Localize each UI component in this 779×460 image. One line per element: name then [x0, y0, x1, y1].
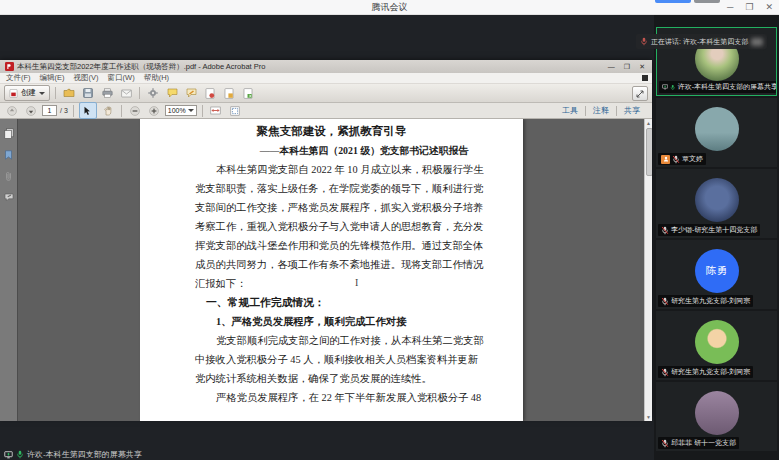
- participant-tile[interactable]: 覃文婷: [656, 98, 777, 167]
- acrobat-document-area: 聚焦支部建设，紧抓教育引导 ——本科生第四（2021 级）党支部书记述职报告 本…: [0, 119, 652, 421]
- zoom-out-icon[interactable]: [127, 103, 143, 118]
- fit-page-icon[interactable]: [227, 103, 243, 118]
- mic-muted-icon: [661, 368, 669, 377]
- participant-tag: 研究生第九党支部-刘同宗: [658, 366, 753, 378]
- avatar: [695, 178, 739, 222]
- doc-line: 支部间的工作交接，严格党员发展程序，抓实入党积极分子培养: [195, 198, 468, 217]
- participant-tag: 研究生第九党支部-刘同宗: [658, 295, 753, 307]
- mic-muted-icon: [661, 439, 669, 448]
- avatar: [695, 107, 739, 151]
- avatar: [695, 320, 739, 364]
- zoom-level-select[interactable]: 100%: [165, 105, 197, 116]
- document-restore-icon[interactable]: [642, 75, 648, 81]
- comment-bubble-icon[interactable]: [164, 86, 180, 101]
- doc-heading: 1、严格党员发展程序，顺利完成工作对接: [195, 312, 468, 331]
- doc-subtitle: ——本科生第四（2021 级）党支部书记述职报告: [195, 141, 468, 160]
- open-file-icon[interactable]: [61, 86, 77, 101]
- speaking-mic-icon: [640, 37, 648, 46]
- next-page-icon[interactable]: [23, 103, 39, 118]
- menu-file[interactable]: 文件(F): [6, 73, 31, 83]
- hand-tool-icon[interactable]: [100, 103, 116, 118]
- mic-muted-icon: [672, 155, 680, 164]
- menu-view[interactable]: 视图(V): [74, 73, 99, 83]
- acrobat-minimize-icon[interactable]: —: [608, 63, 615, 71]
- bookmarks-icon[interactable]: [4, 150, 13, 160]
- create-pdf-icon: [9, 89, 18, 98]
- acrobat-close-icon[interactable]: ✕: [639, 63, 645, 71]
- email-icon[interactable]: [118, 86, 134, 101]
- avatar: 陈勇: [695, 249, 739, 293]
- page-total-label: / 3: [60, 107, 68, 114]
- scroll-up-icon[interactable]: ▲: [645, 119, 652, 127]
- doc-line: 严格党员发展程序，在 22 年下半年新发展入党积极分子 48: [195, 388, 468, 407]
- mic-muted-icon: [661, 297, 669, 306]
- doc-line: 中接收入党积极分子 45 人，顺利接收相关人员档案资料并更新: [195, 350, 468, 369]
- page-thumbnails-icon[interactable]: [4, 128, 14, 139]
- scrollbar-thumb[interactable]: [646, 128, 652, 176]
- comments-pane-icon[interactable]: [4, 193, 14, 202]
- participant-tag: 李少锴-研究生第十四党支部: [658, 224, 760, 236]
- doc-title: 聚焦支部建设，紧抓教育引导: [195, 122, 468, 141]
- menu-edit[interactable]: 编辑(E): [40, 73, 65, 83]
- menu-window[interactable]: 窗口(W): [108, 73, 135, 83]
- participant-tile[interactable]: 邱菲菲 研十一党支部: [656, 382, 777, 451]
- participant-tag: 许欢-本科生第四支部的屏幕共享: [659, 81, 777, 93]
- acrobat-window-title: 本科生第四党支部2022年度工作述职（现场答辩）.pdf - Adobe Acr…: [17, 62, 608, 72]
- doc-line: 挥党支部的战斗堡垒作用和党员的先锋模范作用。通过支部全体: [195, 236, 468, 255]
- participant-tile[interactable]: 李少锴-研究生第十四党支部: [656, 169, 777, 238]
- navigation-pane: [0, 119, 18, 421]
- minimize-icon[interactable]: ─: [727, 0, 733, 14]
- doc-yellow-badge-icon[interactable]: [221, 86, 237, 101]
- screen-share-status-bar: 许欢-本科生第四支部的屏幕共享: [4, 449, 142, 460]
- host-badge-icon: [661, 155, 670, 164]
- pdf-file-icon: [5, 62, 14, 71]
- participant-tile[interactable]: 研究生第九党支部-刘同宗: [656, 311, 777, 380]
- page-number-input[interactable]: [42, 105, 57, 116]
- fit-width-icon[interactable]: [208, 103, 224, 118]
- acrobat-titlebar: 本科生第四党支部2022年度工作述职（现场答辩）.pdf - Adobe Acr…: [0, 60, 652, 73]
- close-icon[interactable]: ✕: [765, 0, 773, 14]
- doc-line: 考察工作，重视入党积极分子与入党申请人的思想教育，充分发: [195, 217, 468, 236]
- zoom-in-icon[interactable]: [146, 103, 162, 118]
- doc-green-badge-icon[interactable]: [240, 86, 256, 101]
- screen: { "colors": { "speaking_green": "#23b161…: [0, 0, 779, 460]
- highlight-comment-icon[interactable]: [183, 86, 199, 101]
- print-icon[interactable]: [99, 86, 115, 101]
- participant-name: 研究生第九党支部-刘同宗: [671, 296, 750, 306]
- avatar-initials: 陈勇: [706, 264, 727, 278]
- acrobat-action-tabs: 工具 注释 共享: [555, 103, 647, 118]
- previous-page-icon[interactable]: [4, 103, 20, 118]
- doc-line: 汇报如下：: [195, 274, 468, 293]
- zoom-level-value: 100%: [168, 107, 186, 114]
- acrobat-window: 本科生第四党支部2022年度工作述职（现场答辩）.pdf - Adobe Acr…: [0, 60, 652, 418]
- attachments-icon[interactable]: [4, 171, 13, 182]
- doc-heading: 一、常规工作完成情况：: [195, 293, 468, 312]
- mic-on-icon: [670, 83, 675, 92]
- expand-toolbar-icon[interactable]: [632, 86, 648, 101]
- tab-share[interactable]: 共享: [617, 105, 647, 116]
- participant-tag: 覃文婷: [658, 153, 706, 165]
- mic-on-icon: [16, 450, 24, 459]
- scroll-down-icon[interactable]: ▼: [645, 413, 652, 421]
- share-toolbar-collapsed-pill[interactable]: [655, 0, 691, 3]
- settings-gear-icon[interactable]: [145, 86, 161, 101]
- acrobat-nav-toolbar: / 3 100% 工具 注释 共享: [0, 103, 652, 119]
- select-tool-icon[interactable]: [79, 102, 97, 119]
- vertical-scrollbar[interactable]: ▲ ▼: [644, 119, 652, 421]
- share-toolbar-collapsed-pill-secondary[interactable]: [694, 0, 720, 3]
- pdf-page: 聚焦支部建设，紧抓教育引导 ——本科生第四（2021 级）党支部书记述职报告 本…: [140, 119, 523, 421]
- create-pdf-button[interactable]: 创建: [4, 85, 50, 101]
- maximize-icon[interactable]: ❐: [745, 0, 753, 14]
- participant-panel: 许欢-本科生第四支部的屏幕共享 覃文婷 李: [654, 14, 779, 460]
- participant-tile[interactable]: 陈勇 研究生第九党支部-刘同宗: [656, 240, 777, 309]
- speaking-toast: 正在讲话: 许欢-本科生第四支部: [636, 34, 767, 49]
- doc-line: 党支部顺利完成支部之间的工作对接，从本科生第二党支部: [195, 331, 468, 350]
- save-icon[interactable]: [80, 86, 96, 101]
- menu-help[interactable]: 帮助(H): [144, 73, 169, 83]
- avatar: [695, 391, 739, 435]
- tab-comment[interactable]: 注释: [586, 105, 616, 116]
- tab-tools[interactable]: 工具: [555, 105, 585, 116]
- acrobat-restore-icon[interactable]: ❐: [624, 63, 630, 71]
- chevron-down-icon: [188, 109, 194, 112]
- doc-red-badge-icon[interactable]: [202, 86, 218, 101]
